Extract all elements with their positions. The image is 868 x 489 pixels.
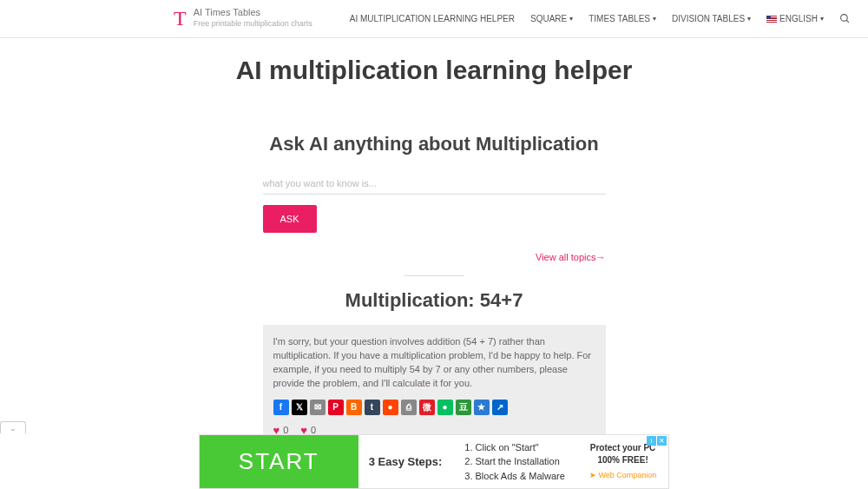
ask-input[interactable]: [263, 173, 606, 195]
nav-helper[interactable]: AI MULTIPLICATION LEARNING HELPER: [350, 14, 515, 23]
chevron-down-icon: ▾: [820, 15, 824, 23]
us-flag-icon: [766, 16, 777, 23]
chevron-down-icon: ▾: [569, 15, 573, 23]
share-pinterest-icon[interactable]: P: [328, 400, 344, 415]
nav-times-tables[interactable]: TIMES TABLES▾: [589, 14, 656, 23]
ad-controls: i ✕: [647, 436, 667, 446]
ask-button[interactable]: ASK: [263, 205, 317, 233]
answer-box: I'm sorry, but your question involves ad…: [263, 325, 606, 447]
share-weibo-icon[interactable]: 微: [419, 400, 435, 415]
collapse-tab[interactable]: ⌄: [0, 421, 26, 433]
svg-point-0: [841, 15, 848, 22]
nav-square[interactable]: SQUARE▾: [530, 14, 573, 23]
chevron-down-icon: ⌄: [10, 424, 16, 433]
share-qzone-icon[interactable]: ★: [474, 400, 490, 415]
share-email-icon[interactable]: ✉: [310, 400, 326, 415]
ad-banner: START 3 Easy Steps: 1. Click on "Start" …: [0, 434, 868, 489]
ad-steps: 1. Click on "Start" 2. Start the Install…: [452, 435, 577, 489]
share-wechat-icon[interactable]: ●: [437, 400, 453, 415]
ask-title: Ask AI anything about Multiplication: [263, 133, 606, 155]
ask-section: Ask AI anything about Multiplication ASK…: [263, 133, 606, 262]
ad-brand: ➤ Web Companion: [589, 470, 656, 481]
share-tumblr-icon[interactable]: t: [365, 400, 380, 415]
topic-title-1: Multiplication: 54+7: [0, 289, 868, 312]
header: T AI Times Tables Free printable multipl…: [0, 0, 868, 38]
nav-language[interactable]: ENGLISH▾: [766, 14, 824, 23]
share-x-icon[interactable]: 𝕏: [292, 400, 307, 415]
svg-line-1: [846, 20, 849, 23]
site-subtitle: Free printable multiplication charts: [194, 19, 312, 28]
nav-division-tables[interactable]: DIVISION TABLES▾: [672, 14, 751, 23]
share-douban-icon[interactable]: 豆: [456, 400, 471, 415]
logo[interactable]: T AI Times Tables Free printable multipl…: [174, 7, 312, 30]
share-more-icon[interactable]: ↗: [492, 400, 508, 415]
chevron-down-icon: ▾: [653, 15, 656, 23]
search-icon: [839, 13, 851, 24]
view-all-topics-link[interactable]: View all topics→: [263, 252, 606, 262]
chevron-down-icon: ▾: [747, 15, 751, 23]
share-print-icon[interactable]: ⎙: [401, 400, 417, 415]
ad-info-icon[interactable]: i: [647, 436, 656, 446]
main-content: AI multiplication learning helper Ask AI…: [0, 38, 868, 489]
share-row: f 𝕏 ✉ P B t ● ⎙ 微 ● 豆 ★ ↗: [273, 400, 595, 415]
logo-icon: T: [174, 7, 187, 30]
ad-start-button[interactable]: START: [200, 435, 358, 488]
site-title: AI Times Tables: [194, 7, 312, 17]
answer-text: I'm sorry, but your question involves ad…: [273, 335, 595, 391]
share-facebook-icon[interactable]: f: [273, 400, 289, 415]
page-title: AI multiplication learning helper: [0, 56, 868, 85]
ad-steps-label: 3 Easy Steps:: [358, 455, 453, 468]
divider: [404, 275, 464, 276]
main-nav: AI MULTIPLICATION LEARNING HELPER SQUARE…: [350, 13, 851, 24]
share-reddit-icon[interactable]: ●: [383, 400, 398, 415]
search-button[interactable]: [839, 13, 851, 24]
share-blogger-icon[interactable]: B: [346, 400, 362, 415]
ad-close-icon[interactable]: ✕: [657, 436, 667, 446]
